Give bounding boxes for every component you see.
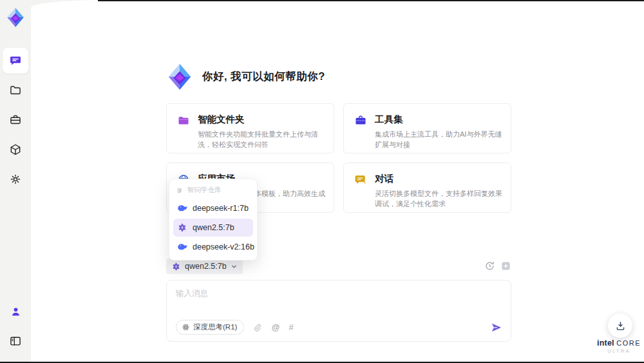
- prompt-library-button[interactable]: #: [289, 322, 294, 332]
- user-icon: [10, 306, 22, 318]
- composer-toolbar: 深度思考(R1) @ #: [176, 320, 503, 335]
- message-input[interactable]: [167, 280, 511, 314]
- smart-folder-icon: [177, 114, 190, 127]
- library-icon: [176, 187, 184, 194]
- toolset-icon: [354, 114, 367, 127]
- greeting: 你好, 我可以如何帮助你?: [165, 62, 325, 92]
- assistant-logo-icon: [165, 62, 194, 92]
- send-button[interactable]: [490, 321, 503, 334]
- card-desc: 智能文件夹功能支持批量文件上传与清洗，轻松实现文件问答: [198, 130, 332, 150]
- card-toolset[interactable]: 工具集 集成市场上主流工具，助力AI与外界无缝扩展与对接: [343, 103, 511, 153]
- window-top-edge: [98, 0, 644, 1]
- sidebar: [0, 0, 31, 363]
- download-button[interactable]: [608, 313, 632, 338]
- chat-icon: [9, 54, 22, 67]
- model-menu-header: 智问学仓库: [173, 183, 253, 198]
- card-title: 智能文件夹: [198, 113, 332, 126]
- deep-think-toggle[interactable]: 深度思考(R1): [176, 320, 244, 335]
- app-logo-icon: [5, 6, 26, 28]
- folder-icon: [9, 84, 22, 97]
- model-dropdown-menu: 智问学仓库 deepseek-r1:7b qwen2.5:7b: [169, 179, 258, 260]
- briefcase-icon: [9, 113, 22, 126]
- attach-file-button[interactable]: [253, 323, 262, 332]
- model-option-qwen[interactable]: qwen2.5:7b: [173, 219, 253, 237]
- download-icon: [614, 320, 627, 332]
- history-button[interactable]: [484, 260, 495, 271]
- card-smart-folder[interactable]: 智能文件夹 智能文件夹功能支持批量文件上传与清洗，轻松实现文件问答: [166, 103, 334, 153]
- deepseek-icon: [177, 203, 187, 213]
- dialogue-icon: [354, 173, 367, 186]
- panel-toggle-icon: [9, 335, 22, 348]
- cube-icon: [9, 143, 22, 156]
- ultra-wordmark: ultra: [594, 348, 644, 354]
- send-icon: [490, 321, 503, 334]
- paperclip-icon: [253, 323, 262, 332]
- greeting-title: 你好, 我可以如何帮助你?: [202, 70, 325, 84]
- app-window: 你好, 我可以如何帮助你? 智能文件夹 智能文件夹功能支持批量文件上传与清洗，轻…: [0, 0, 644, 363]
- core-wordmark: core: [616, 339, 641, 347]
- sidebar-item-settings[interactable]: [3, 166, 28, 192]
- sidebar-item-account[interactable]: [3, 299, 28, 324]
- qwen-icon: [171, 262, 181, 271]
- new-chat-button[interactable]: [500, 260, 511, 271]
- sidebar-item-market[interactable]: [3, 137, 28, 162]
- card-title: 对话: [375, 173, 509, 185]
- card-title: 工具集: [375, 113, 509, 126]
- sidebar-item-chat[interactable]: [3, 48, 28, 74]
- sidebar-item-collapse[interactable]: [3, 328, 28, 354]
- sidebar-item-folders[interactable]: [3, 77, 28, 103]
- deep-think-label: 深度思考(R1): [193, 322, 237, 332]
- model-selector[interactable]: qwen2.5:7b: [166, 259, 243, 274]
- intel-core-badge: intel core ultra: [594, 338, 644, 354]
- model-option-deepseek-r1[interactable]: deepseek-r1:7b: [173, 199, 253, 217]
- mention-button[interactable]: @: [271, 322, 279, 332]
- atom-icon: [182, 323, 190, 331]
- model-option-deepseek-v2[interactable]: deepseek-v2:16b: [173, 238, 253, 256]
- composer: 深度思考(R1) @ #: [166, 280, 511, 342]
- plus-square-icon: [500, 260, 511, 271]
- history-icon: [484, 260, 495, 271]
- card-dialogue[interactable]: 对话 灵活切换多模型文件，支持多样回复效果调试，满足个性化需求: [343, 162, 511, 213]
- card-desc: 灵活切换多模型文件，支持多样回复效果调试，满足个性化需求: [375, 189, 509, 210]
- qwen-icon: [177, 222, 187, 233]
- card-desc: 集成市场上主流工具，助力AI与外界无缝扩展与对接: [375, 130, 509, 150]
- model-selector-value: qwen2.5:7b: [185, 262, 227, 271]
- sidebar-item-toolset[interactable]: [3, 107, 28, 133]
- intel-wordmark: intel: [597, 338, 614, 348]
- deepseek-icon: [177, 242, 187, 252]
- gear-icon: [9, 173, 22, 186]
- chevron-down-icon: [231, 263, 238, 270]
